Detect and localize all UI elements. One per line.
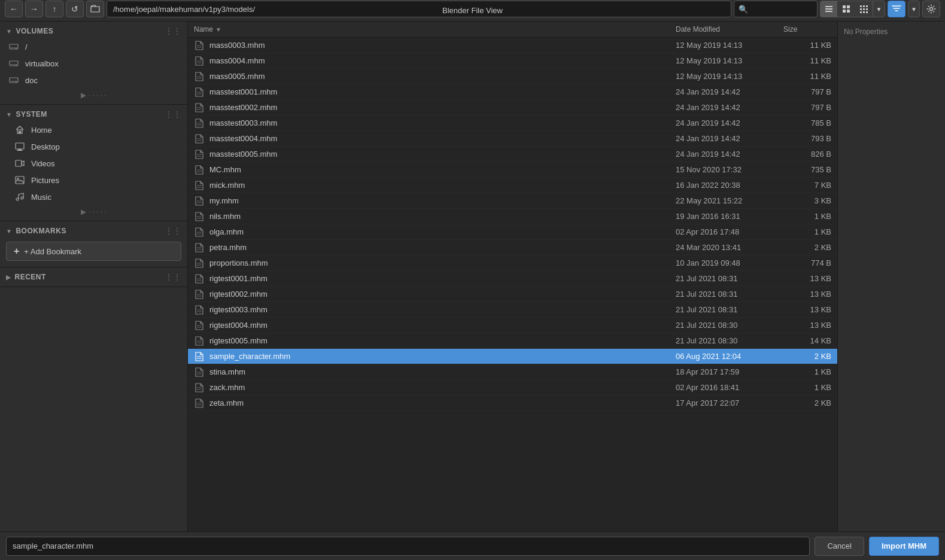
svg-rect-19 (866, 11, 868, 13)
sidebar-item-music[interactable]: Music (0, 188, 187, 205)
sort-by-name[interactable]: Name ▼ (194, 25, 676, 34)
sidebar-item-home[interactable]: Home (0, 121, 187, 138)
table-row[interactable]: nils.mhm19 Jan 2016 16:311 KB (188, 209, 837, 224)
forward-button[interactable]: → (25, 1, 43, 17)
volumes-header[interactable]: ▼ Volumes ⋮⋮ (0, 22, 187, 38)
svg-point-26 (16, 65, 17, 66)
file-icon (194, 102, 205, 113)
file-name: nils.mhm (209, 212, 676, 221)
table-row[interactable]: petra.mhm24 Mar 2020 13:412 KB (188, 240, 837, 255)
file-name: mass0005.mhm (209, 72, 676, 81)
file-date: 12 May 2019 14:13 (676, 56, 783, 65)
table-row[interactable]: masstest0002.mhm24 Jan 2019 14:42797 B (188, 100, 837, 115)
sort-by-size[interactable]: Size (783, 25, 831, 34)
settings-button[interactable] (922, 1, 940, 17)
file-list-header: Name ▼ Date Modified Size (188, 22, 837, 38)
table-row[interactable]: mass0005.mhm12 May 2019 14:1311 KB (188, 69, 837, 84)
table-row[interactable]: mass0004.mhm12 May 2019 14:1311 KB (188, 53, 837, 69)
file-size: 2 KB (783, 352, 831, 361)
filter-button[interactable] (888, 1, 906, 17)
filename-input[interactable] (6, 537, 810, 556)
sidebar-item-pictures[interactable]: Pictures (0, 172, 187, 188)
sidebar-item-videos[interactable]: Videos (0, 155, 187, 172)
table-row[interactable]: mass0003.mhm12 May 2019 14:1311 KB (188, 38, 837, 53)
volumes-more[interactable]: ▶ · · · · · (0, 89, 187, 102)
file-date: 21 Jul 2021 08:31 (676, 274, 783, 283)
file-date: 02 Apr 2016 17:48 (676, 227, 783, 236)
recent-header[interactable]: ▶ Recent ⋮⋮ (0, 267, 187, 284)
cancel-button[interactable]: Cancel (815, 537, 864, 556)
properties-panel: No Properties (837, 22, 945, 531)
view-grid1-button[interactable] (838, 1, 855, 17)
table-row[interactable]: proportions.mhm10 Jan 2019 09:48774 B (188, 255, 837, 271)
volume-virtualbox[interactable]: virtualbox (0, 55, 187, 72)
folder-button[interactable] (86, 1, 104, 17)
table-row[interactable]: olga.mhm02 Apr 2016 17:481 KB (188, 224, 837, 240)
table-row[interactable]: rigtest0001.mhm21 Jul 2021 08:3113 KB (188, 271, 837, 287)
volume-doc[interactable]: doc (0, 72, 187, 89)
file-size: 785 B (783, 118, 831, 127)
svg-rect-7 (843, 5, 846, 8)
volumes-options[interactable]: ⋮⋮ (165, 26, 181, 36)
file-date: 24 Jan 2019 14:42 (676, 150, 783, 159)
desktop-label: Desktop (31, 142, 60, 151)
table-row[interactable]: masstest0005.mhm24 Jan 2019 14:42826 B (188, 147, 837, 162)
file-icon (194, 118, 205, 129)
file-icon (194, 165, 205, 175)
up-button[interactable]: ↑ (45, 1, 63, 17)
svg-rect-14 (860, 8, 862, 10)
table-row[interactable]: rigtest0003.mhm21 Jul 2021 08:3113 KB (188, 302, 837, 318)
view-grid2-button[interactable] (855, 1, 872, 17)
table-row[interactable]: stina.mhm18 Apr 2017 17:591 KB (188, 364, 837, 380)
volumes-collapse-arrow: ▼ (6, 28, 12, 35)
path-input[interactable] (107, 1, 731, 17)
table-row[interactable]: sample_character.mhm06 Aug 2021 12:042 K… (188, 349, 837, 364)
sidebar-item-desktop[interactable]: Desktop (0, 138, 187, 155)
table-row[interactable]: rigtest0002.mhm21 Jul 2021 08:3113 KB (188, 287, 837, 302)
table-row[interactable]: masstest0001.mhm24 Jan 2019 14:42797 B (188, 84, 837, 100)
file-date: 21 Jul 2021 08:30 (676, 321, 783, 330)
file-size: 13 KB (783, 321, 831, 330)
table-row[interactable]: mick.mhm16 Jan 2022 20:387 KB (188, 178, 837, 193)
file-icon (194, 320, 205, 331)
file-name: MC.mhm (209, 165, 676, 174)
refresh-button[interactable]: ↺ (66, 1, 84, 17)
file-name: masstest0004.mhm (209, 134, 676, 143)
bookmarks-options[interactable]: ⋮⋮ (165, 226, 181, 236)
file-size: 13 KB (783, 290, 831, 299)
file-icon (194, 196, 205, 206)
volume-virtualbox-label: virtualbox (25, 59, 59, 68)
table-row[interactable]: masstest0003.mhm24 Jan 2019 14:42785 B (188, 115, 837, 131)
search-input[interactable] (734, 1, 818, 17)
svg-rect-6 (825, 11, 832, 12)
file-icon (194, 398, 205, 409)
table-row[interactable]: my.mhm22 May 2021 15:223 KB (188, 193, 837, 209)
file-icon (194, 40, 205, 51)
view-dropdown-button[interactable]: ▼ (873, 1, 885, 17)
file-icon (194, 305, 205, 315)
table-row[interactable]: rigtest0005.mhm21 Jul 2021 08:3014 KB (188, 333, 837, 349)
svg-rect-16 (866, 8, 868, 10)
import-button[interactable]: Import MHM (869, 537, 939, 556)
bookmarks-header[interactable]: ▼ Bookmarks ⋮⋮ (0, 221, 187, 238)
sidebar: ▼ Volumes ⋮⋮ / (0, 22, 188, 531)
table-row[interactable]: MC.mhm15 Nov 2020 17:32735 B (188, 162, 837, 178)
file-icon (194, 227, 205, 238)
sort-by-date[interactable]: Date Modified (676, 25, 783, 34)
system-options[interactable]: ⋮⋮ (165, 109, 181, 119)
recent-options[interactable]: ⋮⋮ (165, 272, 181, 282)
table-row[interactable]: masstest0004.mhm24 Jan 2019 14:42793 B (188, 131, 837, 147)
volume-root[interactable]: / (0, 38, 187, 55)
drive-icon-2 (8, 58, 19, 69)
system-header[interactable]: ▼ System ⋮⋮ (0, 105, 187, 121)
table-row[interactable]: rigtest0004.mhm21 Jul 2021 08:3013 KB (188, 318, 837, 333)
file-size: 2 KB (783, 398, 831, 407)
add-bookmark-button[interactable]: + + Add Bookmark (6, 242, 181, 261)
system-more[interactable]: ▶ · · · · · (0, 205, 187, 218)
file-size: 7 KB (783, 181, 831, 190)
back-button[interactable]: ← (5, 1, 23, 17)
table-row[interactable]: zack.mhm02 Apr 2016 18:411 KB (188, 380, 837, 395)
view-list-button[interactable] (821, 1, 837, 17)
filter-dropdown-button[interactable]: ▼ (908, 1, 920, 17)
table-row[interactable]: zeta.mhm17 Apr 2017 22:072 KB (188, 395, 837, 411)
